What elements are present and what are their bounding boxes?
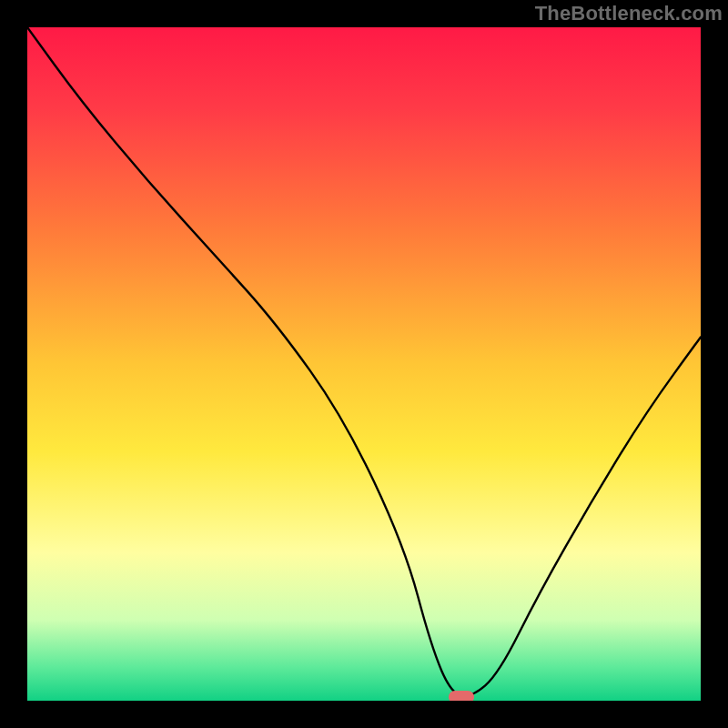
figure-root: TheBottleneck.com [0,0,728,728]
plot-area [27,27,701,701]
watermark-text: TheBottleneck.com [535,2,723,25]
plot-svg [27,27,701,701]
gradient-background [27,27,701,701]
